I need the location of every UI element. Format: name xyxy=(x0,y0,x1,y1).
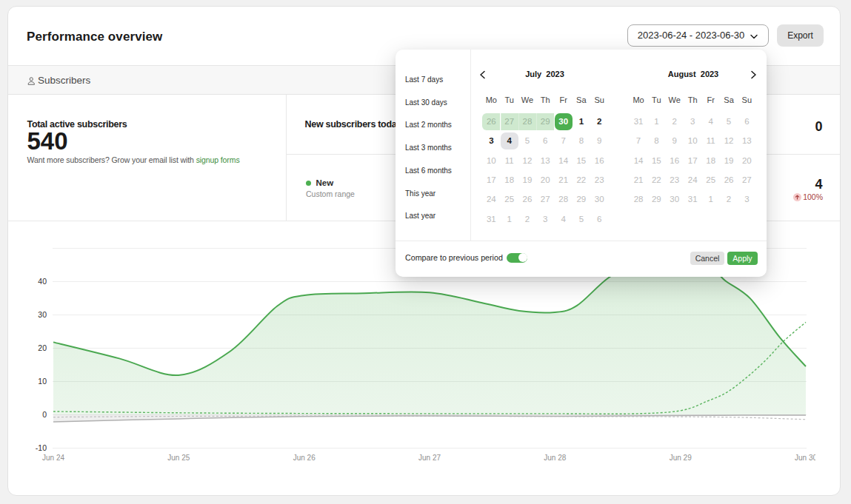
svg-text:Jun 28: Jun 28 xyxy=(544,454,566,462)
svg-text:Jun 26: Jun 26 xyxy=(293,454,316,462)
svg-text:Jun 25: Jun 25 xyxy=(167,454,190,462)
svg-text:Jun 30: Jun 30 xyxy=(795,454,815,462)
svg-text:40: 40 xyxy=(38,277,47,286)
svg-text:Jun 27: Jun 27 xyxy=(418,454,441,462)
svg-text:0: 0 xyxy=(42,410,47,419)
svg-text:Jun 29: Jun 29 xyxy=(670,454,692,462)
svg-text:20: 20 xyxy=(38,343,47,352)
svg-text:30: 30 xyxy=(38,310,47,319)
svg-text:-10: -10 xyxy=(36,443,47,452)
svg-text:10: 10 xyxy=(38,377,47,386)
svg-text:Jun 24: Jun 24 xyxy=(42,454,64,462)
